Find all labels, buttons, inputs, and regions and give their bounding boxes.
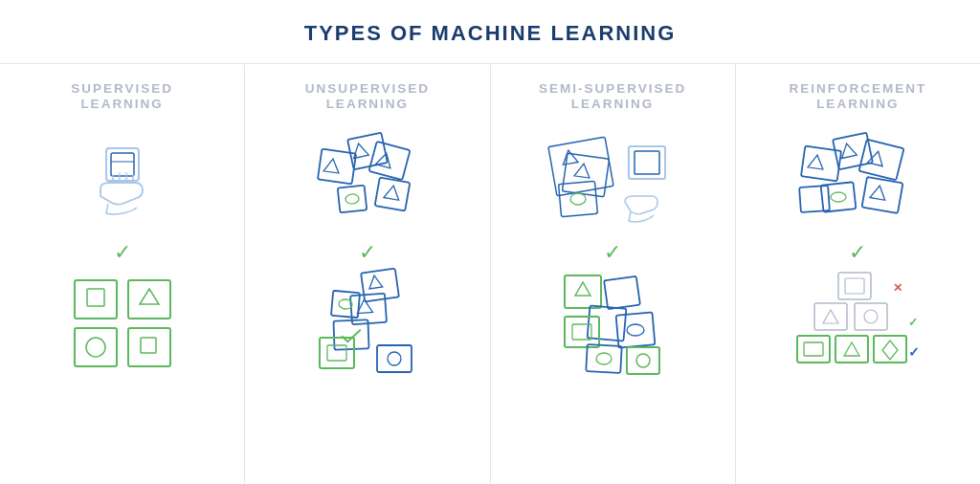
reinforcement-chevron: ✓ <box>849 240 866 265</box>
svg-text:✕: ✕ <box>893 281 902 295</box>
svg-marker-24 <box>384 185 401 201</box>
col-title-sub-supervised: LEARNING <box>71 97 173 112</box>
unsupervised-output-icon <box>253 271 481 376</box>
col-header-semi-supervised: SEMI-SUPERVISED LEARNING <box>539 81 686 112</box>
semi-supervised-chevron: ✓ <box>604 240 621 265</box>
svg-rect-68 <box>845 278 864 294</box>
unsupervised-input-icon <box>253 129 481 234</box>
svg-marker-26 <box>368 275 383 289</box>
svg-point-41 <box>570 193 586 205</box>
semi-supervised-output-icon <box>499 271 727 376</box>
col-title-main-unsupervised: UNSUPERVISED <box>305 81 430 97</box>
svg-rect-54 <box>627 347 659 374</box>
svg-marker-39 <box>574 163 591 178</box>
svg-rect-76 <box>835 336 868 363</box>
svg-marker-77 <box>844 342 859 356</box>
svg-rect-67 <box>838 273 871 299</box>
svg-rect-69 <box>814 303 847 330</box>
svg-text:✓: ✓ <box>908 316 918 329</box>
svg-marker-79 <box>882 341 898 360</box>
svg-marker-65 <box>870 185 887 201</box>
svg-marker-37 <box>561 149 578 165</box>
svg-rect-52 <box>586 344 621 373</box>
svg-rect-21 <box>338 186 368 213</box>
svg-marker-57 <box>839 143 858 159</box>
svg-rect-8 <box>87 289 104 306</box>
col-header-reinforcement: REINFORCEMENT LEARNING <box>790 81 927 112</box>
svg-marker-16 <box>351 143 369 159</box>
svg-rect-71 <box>855 303 887 330</box>
svg-point-51 <box>627 324 644 336</box>
svg-point-35 <box>388 352 401 365</box>
svg-rect-46 <box>604 276 640 309</box>
supervised-chevron: ✓ <box>114 240 131 265</box>
svg-point-72 <box>864 310 878 323</box>
svg-rect-15 <box>347 133 388 170</box>
svg-rect-64 <box>862 177 903 213</box>
columns-container: SUPERVISED LEARNING ✓ <box>0 63 980 484</box>
svg-rect-44 <box>565 275 601 308</box>
svg-rect-32 <box>320 338 354 368</box>
svg-rect-23 <box>375 178 411 211</box>
svg-rect-7 <box>75 280 117 319</box>
svg-rect-33 <box>327 345 346 361</box>
col-title-main-supervised: SUPERVISED <box>71 81 173 97</box>
svg-rect-25 <box>361 269 399 302</box>
svg-marker-59 <box>808 154 825 169</box>
svg-rect-14 <box>141 338 156 353</box>
reinforcement-input-icon <box>744 129 972 234</box>
svg-marker-70 <box>823 310 838 323</box>
svg-rect-43 <box>635 151 659 174</box>
svg-rect-66 <box>800 186 831 212</box>
col-title-main-semi-supervised: SEMI-SUPERVISED <box>539 81 686 97</box>
reinforcement-output-icon: ✕ ✓ ✓ <box>744 271 972 381</box>
semi-supervised-input-icon <box>499 129 727 234</box>
svg-marker-18 <box>323 158 341 173</box>
svg-rect-13 <box>128 328 170 366</box>
supervised-output-icon <box>8 271 236 376</box>
svg-rect-34 <box>377 345 412 372</box>
svg-point-55 <box>636 354 650 367</box>
col-unsupervised: UNSUPERVISED LEARNING ✓ <box>245 64 490 484</box>
svg-point-22 <box>345 194 359 205</box>
svg-marker-20 <box>375 152 393 169</box>
svg-rect-19 <box>368 142 410 180</box>
unsupervised-chevron: ✓ <box>359 240 376 265</box>
supervised-input-icon <box>8 129 236 234</box>
svg-rect-60 <box>859 140 904 181</box>
svg-marker-10 <box>140 289 159 304</box>
svg-rect-74 <box>797 336 830 363</box>
col-title-main-reinforcement: REINFORCEMENT <box>790 81 927 97</box>
svg-rect-47 <box>588 306 627 341</box>
col-title-sub-reinforcement: LEARNING <box>790 97 927 112</box>
col-title-sub-semi-supervised: LEARNING <box>539 97 686 112</box>
svg-point-12 <box>86 338 105 357</box>
svg-rect-40 <box>559 181 598 216</box>
col-reinforcement: REINFORCEMENT LEARNING ✓ <box>736 64 980 484</box>
page-title: TYPES OF MACHINE LEARNING <box>304 21 677 46</box>
svg-marker-45 <box>575 282 590 296</box>
svg-rect-11 <box>75 328 117 366</box>
col-title-sub-unsupervised: LEARNING <box>305 97 430 112</box>
svg-rect-50 <box>616 313 656 348</box>
col-supervised: SUPERVISED LEARNING ✓ <box>0 64 245 484</box>
svg-rect-75 <box>804 342 823 356</box>
svg-rect-1 <box>111 153 134 176</box>
svg-text:✓: ✓ <box>908 344 920 360</box>
col-header-unsupervised: UNSUPERVISED LEARNING <box>305 81 430 112</box>
svg-rect-9 <box>128 280 170 319</box>
svg-rect-48 <box>565 317 599 347</box>
svg-point-53 <box>596 353 612 364</box>
svg-point-63 <box>831 192 846 202</box>
col-header-supervised: SUPERVISED LEARNING <box>71 81 173 112</box>
col-semi-supervised: SEMI-SUPERVISED LEARNING ✓ <box>491 64 736 484</box>
